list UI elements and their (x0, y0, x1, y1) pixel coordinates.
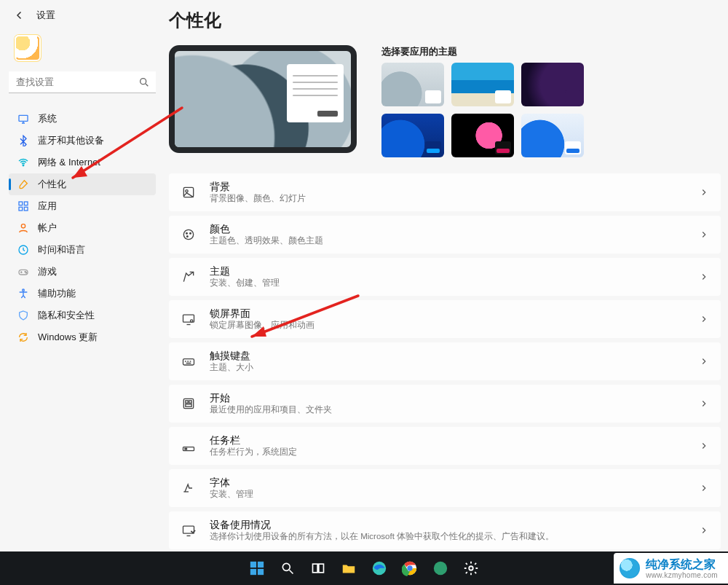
sidebar-item-label: 系统 (38, 112, 57, 125)
game-icon (17, 266, 29, 278)
edge-icon[interactable] (371, 560, 388, 577)
svg-point-0 (141, 79, 146, 85)
svg-rect-21 (183, 359, 194, 365)
theme-option[interactable] (451, 63, 514, 106)
sidebar-item-9[interactable]: 隐私和安全性 (9, 305, 156, 326)
settings-card-6[interactable]: 任务栏 任务栏行为，系统固定 (169, 427, 721, 465)
svg-point-15 (183, 229, 193, 239)
search-input[interactable] (9, 71, 156, 93)
settings-card-5[interactable]: 开始 最近使用的应用和项目、文件夹 (169, 385, 721, 423)
chevron-right-icon (699, 229, 709, 240)
svg-line-29 (73, 108, 182, 178)
svg-line-31 (252, 296, 358, 337)
card-subtitle: 安装、创建、管理 (210, 278, 699, 288)
card-subtitle: 选择你计划使用设备的所有方法，以在 Microsoft 体验中获取个性化的提示、… (210, 531, 699, 542)
settings-card-7[interactable]: 字体 安装、管理 (169, 469, 721, 507)
watermark-brand: 纯净系统之家 www.kzmyhome.com (614, 553, 728, 584)
svg-rect-3 (19, 202, 23, 205)
svg-point-7 (21, 224, 25, 228)
svg-marker-30 (73, 166, 87, 178)
card-icon (181, 480, 197, 496)
card-subtitle: 背景图像、颜色、幻灯片 (210, 193, 699, 204)
back-button[interactable] (13, 9, 26, 22)
card-title: 颜色 (210, 223, 699, 236)
card-icon (181, 353, 197, 369)
sidebar-item-4[interactable]: 应用 (9, 195, 156, 217)
sidebar-item-10[interactable]: Windows 更新 (9, 326, 156, 348)
theme-option[interactable] (381, 114, 444, 157)
sidebar-item-6[interactable]: 时间和语言 (9, 239, 156, 261)
svg-rect-4 (24, 202, 28, 205)
card-subtitle: 任务栏行为，系统固定 (210, 447, 699, 458)
settings-card-8[interactable]: 设备使用情况 选择你计划使用设备的所有方法，以在 Microsoft 体验中获取… (169, 511, 721, 549)
card-icon (181, 269, 197, 285)
time-icon (17, 244, 29, 256)
shield-icon (17, 310, 29, 321)
svg-rect-34 (258, 562, 264, 568)
chrome-icon[interactable] (401, 560, 419, 577)
card-title: 触摸键盘 (210, 350, 699, 363)
chevron-right-icon (699, 398, 709, 409)
chevron-right-icon (699, 356, 709, 366)
card-subtitle: 最近使用的应用和项目、文件夹 (210, 404, 699, 415)
user-avatar[interactable] (15, 35, 41, 61)
theme-option[interactable] (521, 114, 584, 157)
svg-rect-6 (24, 207, 28, 211)
theme-option[interactable] (381, 63, 444, 106)
svg-point-2 (23, 165, 24, 166)
start-icon[interactable] (248, 560, 266, 577)
search-icon (138, 76, 150, 88)
svg-rect-33 (250, 562, 256, 568)
chevron-right-icon (699, 483, 709, 493)
svg-rect-39 (319, 564, 324, 573)
svg-point-43 (434, 562, 447, 575)
chevron-right-icon (699, 441, 709, 451)
explorer-icon[interactable] (340, 560, 357, 577)
svg-point-12 (23, 289, 25, 291)
taskview-icon[interactable] (309, 560, 327, 577)
sidebar-item-label: Windows 更新 (38, 331, 98, 344)
card-title: 开始 (210, 392, 699, 405)
card-subtitle: 主题、大小 (210, 362, 699, 373)
svg-point-20 (191, 320, 193, 322)
sidebar-item-label: 辅助功能 (38, 287, 76, 300)
svg-point-16 (186, 233, 188, 235)
card-icon (181, 522, 197, 538)
sidebar-item-label: 帐户 (38, 221, 57, 235)
sidebar-item-label: 隐私和安全性 (38, 309, 95, 322)
svg-point-42 (407, 565, 412, 570)
svg-point-37 (282, 563, 290, 570)
chevron-right-icon (699, 187, 709, 197)
card-subtitle: 主题色、透明效果、颜色主题 (210, 235, 699, 246)
card-icon (181, 396, 197, 412)
desktop-preview (169, 45, 357, 153)
svg-rect-23 (186, 401, 188, 403)
card-icon (181, 311, 197, 327)
svg-rect-1 (19, 115, 28, 121)
svg-point-44 (469, 566, 473, 570)
sidebar-item-8[interactable]: 辅助功能 (9, 283, 156, 305)
card-subtitle: 安装、管理 (210, 489, 699, 500)
svg-rect-27 (185, 448, 187, 449)
settings-card-1[interactable]: 颜色 主题色、透明效果、颜色主题 (169, 216, 721, 254)
sidebar-item-5[interactable]: 帐户 (9, 217, 156, 239)
svg-rect-5 (19, 207, 23, 211)
sidebar-item-label: 游戏 (38, 265, 57, 278)
card-title: 背景 (210, 181, 699, 194)
themes-heading: 选择要应用的主题 (381, 45, 584, 58)
settings-icon[interactable] (462, 560, 480, 577)
card-title: 任务栏 (210, 434, 699, 447)
card-icon (181, 227, 197, 243)
person-icon (17, 222, 29, 234)
access-icon (17, 288, 29, 299)
settings-card-0[interactable]: 背景 背景图像、颜色、幻灯片 (169, 173, 721, 211)
page-title: 个性化 (169, 9, 721, 32)
chevron-right-icon (699, 314, 709, 324)
search-icon[interactable] (279, 560, 296, 577)
theme-option[interactable] (521, 63, 584, 106)
theme-option[interactable] (451, 114, 514, 157)
svg-rect-38 (313, 564, 318, 573)
app-icon[interactable] (432, 560, 449, 577)
card-icon (181, 438, 197, 454)
sidebar-item-7[interactable]: 游戏 (9, 261, 156, 283)
